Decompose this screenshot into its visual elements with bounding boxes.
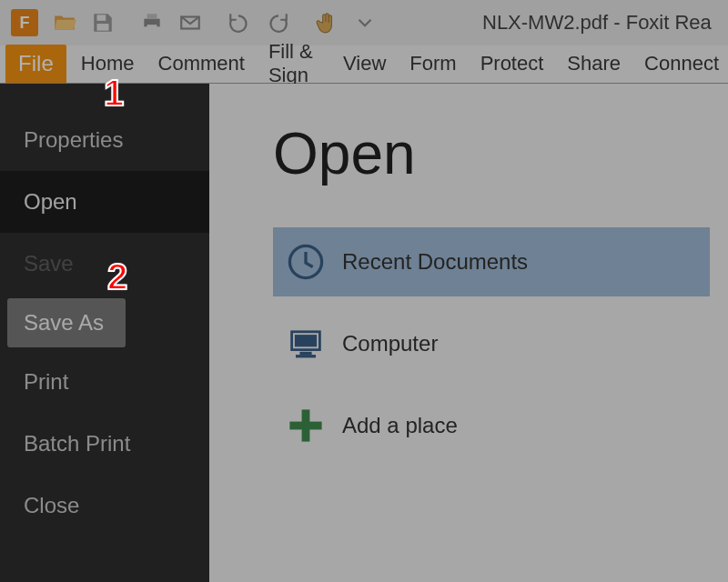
sidebar-item-save-as[interactable]: Save As: [7, 298, 126, 347]
sidebar-item-open[interactable]: Open: [0, 171, 209, 233]
window-title: NLX-MW2.pdf - Foxit Rea: [482, 11, 712, 35]
tab-fill-sign[interactable]: Fill & Sign: [259, 45, 329, 83]
tab-form[interactable]: Form: [400, 45, 465, 83]
sidebar-item-close[interactable]: Close: [0, 475, 209, 537]
tab-home[interactable]: Home: [72, 45, 144, 83]
tab-comment[interactable]: Comment: [149, 45, 254, 83]
app-icon: F: [11, 9, 38, 36]
email-icon[interactable]: [175, 7, 206, 38]
sidebar-item-label: Save: [24, 251, 74, 276]
hand-tool-icon[interactable]: [311, 7, 342, 38]
svg-rect-3: [147, 14, 157, 18]
tab-file[interactable]: File: [5, 45, 66, 83]
sidebar-item-save: Save: [0, 233, 209, 295]
place-recent-documents[interactable]: Recent Documents: [273, 227, 710, 296]
open-icon[interactable]: [49, 7, 80, 38]
svg-rect-0: [97, 15, 106, 20]
sidebar-item-label: Save As: [24, 310, 104, 336]
place-computer[interactable]: Computer: [273, 309, 710, 378]
ribbon-tabs: File Home Comment Fill & Sign View Form …: [0, 45, 728, 84]
redo-icon[interactable]: [262, 7, 293, 38]
clock-icon: [286, 242, 326, 282]
undo-icon[interactable]: [224, 7, 255, 38]
svg-rect-1: [97, 24, 109, 31]
computer-icon: [286, 324, 326, 364]
svg-rect-12: [289, 422, 321, 430]
sidebar-item-label: Close: [24, 493, 79, 518]
plus-icon: [286, 406, 326, 446]
svg-rect-10: [296, 355, 316, 357]
place-add-a-place[interactable]: Add a place: [273, 391, 710, 460]
place-label: Computer: [342, 331, 438, 356]
sidebar-item-label: Batch Print: [24, 431, 130, 457]
print-icon[interactable]: [136, 7, 167, 38]
place-label: Recent Documents: [342, 249, 528, 275]
sidebar-item-batch-print[interactable]: Batch Print: [0, 413, 209, 475]
svg-rect-9: [299, 352, 311, 355]
dropdown-icon[interactable]: [349, 7, 380, 38]
file-sidebar: Properties Open Save Save As Print Batch…: [0, 84, 209, 582]
tab-protect[interactable]: Protect: [471, 45, 553, 83]
sidebar-item-label: Properties: [24, 127, 123, 153]
tab-connect[interactable]: Connect: [635, 45, 728, 83]
tab-share[interactable]: Share: [558, 45, 630, 83]
svg-rect-4: [147, 25, 157, 32]
save-icon[interactable]: [87, 7, 118, 38]
place-label: Add a place: [342, 413, 458, 438]
sidebar-item-print[interactable]: Print: [0, 351, 209, 413]
quick-access-toolbar: F NLX-MW2.pdf - Foxit Rea: [0, 0, 728, 45]
sidebar-item-label: Open: [24, 189, 77, 215]
sidebar-item-properties[interactable]: Properties: [0, 109, 209, 171]
page-title: Open: [273, 120, 710, 187]
open-panel: Open Recent Documents Computer Add a pla…: [209, 84, 728, 582]
sidebar-item-label: Print: [24, 369, 68, 395]
svg-rect-8: [295, 335, 317, 346]
tab-view[interactable]: View: [334, 45, 395, 83]
